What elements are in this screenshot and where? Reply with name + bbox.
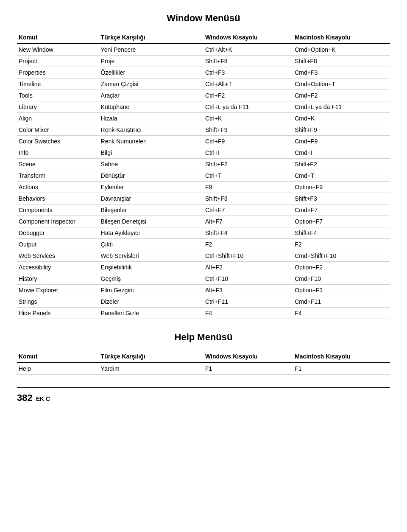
cell-windows: Ctrl+Alt+T [204,78,293,90]
cell-windows: Ctrl+F2 [204,90,293,101]
cell-mac: Cmd+Option+K [293,44,390,56]
cell-command: Web Services [17,250,99,262]
cell-mac: Cmd+F3 [293,67,390,78]
cell-turkish: Renk Karıştırıcı [99,124,204,136]
table-row: BehaviorsDavranışlarShift+F3Shift+F3 [17,193,390,204]
cell-turkish: Film Gezgini [99,285,204,296]
cell-command: Debugger [17,227,99,239]
cell-command: Color Mixer [17,124,99,136]
table-row: TransformDönüştürCtrl+TCmd+T [17,170,390,182]
cell-windows: Alt+F3 [204,285,293,296]
cell-command: Accessibility [17,262,99,273]
cell-command: Transform [17,170,99,182]
table-row: ComponentsBileşenlerCtrl+F7Cmd+F7 [17,204,390,216]
cell-turkish: Renk Numuneleri [99,136,204,147]
cell-turkish: Bilgi [99,147,204,159]
cell-windows: Ctrl+T [204,170,293,182]
cell-mac: Cmd+Shift+F10 [293,250,390,262]
table-row: HistoryGeçmişCtrl+F10Cmd+F10 [17,273,390,285]
table-row: InfoBilgiCtrl+ICmd+I [17,147,390,159]
cell-windows: Ctrl+Shift+F10 [204,250,293,262]
cell-turkish: Web Servisleri [99,250,204,262]
cell-turkish: Hizala [99,113,204,124]
cell-command: Movie Explorer [17,285,99,296]
cell-windows: Alt+F2 [204,262,293,273]
cell-mac: Cmd+F9 [293,136,390,147]
cell-mac: Cmd+F10 [293,273,390,285]
cell-turkish: Araçlar [99,90,204,101]
window-section-title: Window Menüsü [17,13,390,24]
cell-turkish: Çıktı [99,239,204,250]
cell-mac: Shift+F9 [293,124,390,136]
header-windows: Windows Kısayolu [204,31,293,44]
cell-command: Strings [17,296,99,308]
cell-windows: Shift+F9 [204,124,293,136]
cell-mac: Shift+F4 [293,227,390,239]
cell-command: Component Inspector [17,216,99,227]
cell-command: Output [17,239,99,250]
help-header-mac: Macintosh Kısayolu [293,350,390,363]
cell-command: Scene [17,159,99,170]
window-table: Komut Türkçe Karşılığı Windows Kısayolu … [17,31,390,319]
table-row: LibraryKütüphaneCtrl+L ya da F11Cmd+L ya… [17,101,390,113]
cell-windows: Ctrl+F9 [204,136,293,147]
cell-windows: Ctrl+I [204,147,293,159]
table-row: AccessibilityErişilebilirlikAlt+F2Option… [17,262,390,273]
footer-text: EK C [36,395,50,402]
cell-mac: F4 [293,308,390,319]
cell-command: Properties [17,67,99,78]
cell-command: Color Swatches [17,136,99,147]
help-table-body: HelpYardımF1F1 [17,363,390,375]
cell-mac: Cmd+F7 [293,204,390,216]
cell-windows: Ctrl+F10 [204,273,293,285]
cell-turkish: Erişilebilirlik [99,262,204,273]
cell-windows: Shift+F2 [204,159,293,170]
table-row: Movie ExplorerFilm GezginiAlt+F3Option+F… [17,285,390,296]
cell-mac: F2 [293,239,390,250]
cell-mac: Cmd+Option+T [293,78,390,90]
cell-mac: Shift+F8 [293,56,390,67]
cell-windows: F4 [204,308,293,319]
cell-turkish: Özellikler [99,67,204,78]
cell-windows: F1 [204,363,293,375]
help-header-windows: Windows Kısayolu [204,350,293,363]
cell-mac: Cmd+I [293,147,390,159]
cell-turkish: Bileşenler [99,204,204,216]
cell-turkish: Zaman Çizgisi [99,78,204,90]
table-row: Component InspectorBileşen DenetçisiAlt+… [17,216,390,227]
cell-turkish: Geçmiş [99,273,204,285]
cell-windows: Ctrl+L ya da F11 [204,101,293,113]
cell-turkish: Eylemler [99,182,204,193]
cell-windows: Shift+F4 [204,227,293,239]
cell-turkish: Dönüştür [99,170,204,182]
cell-command: Align [17,113,99,124]
cell-command: Behaviors [17,193,99,204]
table-row: DebuggerHata AyıklayıcıShift+F4Shift+F4 [17,227,390,239]
window-table-body: New WindowYeni PencereCtrl+Alt+KCmd+Opti… [17,44,390,319]
cell-windows: F2 [204,239,293,250]
cell-mac: Shift+F3 [293,193,390,204]
cell-mac: Option+F3 [293,285,390,296]
cell-mac: Option+F2 [293,262,390,273]
table-row: OutputÇıktıF2F2 [17,239,390,250]
cell-windows: Ctrl+K [204,113,293,124]
cell-turkish: Kütüphane [99,101,204,113]
table-row: AlignHizalaCtrl+KCmd+K [17,113,390,124]
cell-mac: Cmd+L ya da F11 [293,101,390,113]
cell-command: Tools [17,90,99,101]
header-mac: Macintosh Kısayolu [293,31,390,44]
cell-command: Help [17,363,99,375]
help-section-title: Help Menüsü [17,332,390,343]
cell-mac: Shift+F2 [293,159,390,170]
cell-command: History [17,273,99,285]
cell-mac: Option+F7 [293,216,390,227]
cell-mac: Cmd+F11 [293,296,390,308]
cell-turkish: Sahne [99,159,204,170]
cell-windows: F9 [204,182,293,193]
cell-mac: Cmd+K [293,113,390,124]
cell-mac: Cmd+T [293,170,390,182]
cell-turkish: Dizeler [99,296,204,308]
table-row: SceneSahneShift+F2Shift+F2 [17,159,390,170]
cell-windows: Shift+F3 [204,193,293,204]
table-row: ToolsAraçlarCtrl+F2Cmd+F2 [17,90,390,101]
